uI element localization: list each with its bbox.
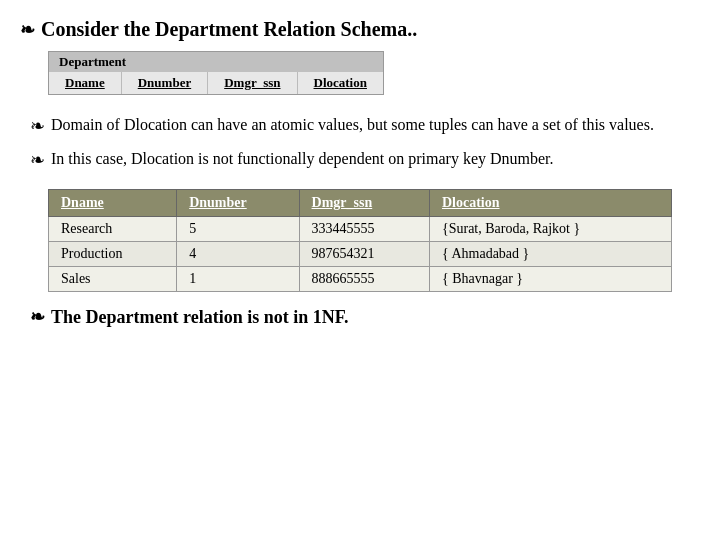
para1-bullet: ❧: [30, 113, 45, 139]
table-cell-1-1: 4: [177, 242, 299, 267]
heading-bullet: ❧: [20, 19, 35, 41]
schema-col-dlocation: Dlocation: [298, 72, 383, 94]
table-cell-1-3: { Ahmadabad }: [429, 242, 671, 267]
table-cell-1-2: 987654321: [299, 242, 429, 267]
table-cell-0-3: {Surat, Baroda, Rajkot }: [429, 217, 671, 242]
table-cell-0-2: 333445555: [299, 217, 429, 242]
schema-columns-row: Dname Dnumber Dmgr_ssn Dlocation: [49, 72, 383, 94]
table-cell-0-1: 5: [177, 217, 299, 242]
table-cell-2-3: { Bhavnagar }: [429, 267, 671, 292]
table-header-row: Dname Dnumber Dmgr_ssn Dlocation: [49, 190, 672, 217]
data-table: Dname Dnumber Dmgr_ssn Dlocation Researc…: [48, 189, 672, 292]
table-row: Research5333445555{Surat, Baroda, Rajkot…: [49, 217, 672, 242]
table-cell-0-0: Research: [49, 217, 177, 242]
paragraph-1: ❧ Domain of Dlocation can have an atomic…: [30, 113, 700, 139]
para1-text: Domain of Dlocation can have an atomic v…: [51, 113, 700, 139]
schema-col-dname: Dname: [49, 72, 122, 94]
para2-bullet: ❧: [30, 147, 45, 173]
footer-text: The Department relation is not in 1NF.: [51, 307, 349, 328]
paragraph-2: ❧ In this case, Dlocation is not functio…: [30, 147, 700, 173]
footer: ❧ The Department relation is not in 1NF.: [30, 306, 700, 328]
schema-title: Department: [49, 52, 383, 72]
table-row: Sales1888665555{ Bhavnagar }: [49, 267, 672, 292]
table-cell-1-0: Production: [49, 242, 177, 267]
schema-box: Department Dname Dnumber Dmgr_ssn Dlocat…: [48, 51, 384, 95]
col-header-dnumber: Dnumber: [177, 190, 299, 217]
footer-bullet: ❧: [30, 306, 45, 328]
heading-text: Consider the Department Relation Schema.…: [41, 18, 417, 41]
col-header-dmgr: Dmgr_ssn: [299, 190, 429, 217]
table-cell-2-1: 1: [177, 267, 299, 292]
table-cell-2-2: 888665555: [299, 267, 429, 292]
col-header-dname: Dname: [49, 190, 177, 217]
col-header-dlocation: Dlocation: [429, 190, 671, 217]
main-heading: ❧ Consider the Department Relation Schem…: [20, 18, 700, 41]
para2-text: In this case, Dlocation is not functiona…: [51, 147, 700, 173]
schema-col-dnumber: Dnumber: [122, 72, 208, 94]
schema-col-dmgr: Dmgr_ssn: [208, 72, 297, 94]
table-row: Production4987654321{ Ahmadabad }: [49, 242, 672, 267]
table-cell-2-0: Sales: [49, 267, 177, 292]
